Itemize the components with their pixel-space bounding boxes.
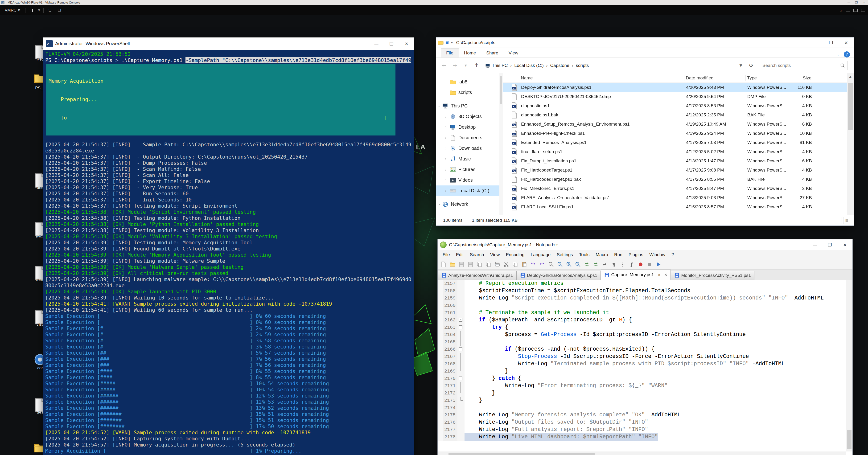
- chevron-collapsed-icon[interactable]: ›: [444, 146, 448, 151]
- menu-edit[interactable]: Edit: [453, 250, 467, 259]
- ribbon-tab-view[interactable]: View: [503, 48, 523, 58]
- ribbon-tab-home[interactable]: Home: [459, 48, 481, 58]
- quick-access-chevron-icon[interactable]: ▼: [451, 41, 453, 44]
- chevron-collapsed-icon[interactable]: ›: [444, 136, 448, 140]
- fold-margin[interactable]: [458, 331, 465, 338]
- explorer-titlebar[interactable]: ▣ ▼ C:\Capstone\scripts — ❐ ✕: [436, 37, 854, 48]
- menu-window[interactable]: Window: [646, 250, 669, 259]
- file-row[interactable]: diagnostic.ps14/17/2025 8:53 PMWindows P…: [503, 101, 854, 110]
- save-icon[interactable]: [458, 261, 465, 268]
- breadcrumb-segment[interactable]: scripts: [576, 63, 589, 68]
- bookmark-margin[interactable]: [438, 382, 443, 390]
- fold-collapse-icon[interactable]: –: [459, 377, 462, 380]
- chevron-collapsed-icon[interactable]: ›: [444, 115, 448, 119]
- chevron-collapsed-icon[interactable]: ›: [444, 157, 448, 161]
- fold-margin[interactable]: [458, 353, 465, 360]
- undo-icon[interactable]: [529, 261, 537, 268]
- sidebar-item-documents[interactable]: ›Documents: [436, 132, 503, 143]
- column-header-size[interactable]: Size: [788, 75, 814, 81]
- bookmark-margin[interactable]: [438, 309, 443, 317]
- ribbon-tab-share[interactable]: Share: [481, 48, 503, 58]
- chevron-expanded-icon[interactable]: ⌄: [437, 104, 441, 108]
- suspend-button[interactable]: [29, 8, 35, 13]
- indent-guide-icon[interactable]: ⋮: [619, 261, 627, 268]
- ribbon-tab-file[interactable]: File: [441, 48, 459, 58]
- fold-collapse-icon[interactable]: –: [459, 347, 462, 351]
- removable-device-icon[interactable]: [846, 9, 850, 12]
- vmrc-menu-button[interactable]: VMRC▼: [3, 7, 22, 14]
- stop-macro-icon[interactable]: [646, 261, 654, 268]
- search-input[interactable]: [763, 63, 840, 68]
- bookmark-margin[interactable]: [438, 302, 443, 309]
- fold-margin[interactable]: [458, 338, 465, 346]
- close-button[interactable]: ✕: [839, 37, 854, 47]
- maximize-button[interactable]: ❐: [822, 239, 837, 250]
- cut-icon[interactable]: [502, 261, 510, 268]
- fold-margin[interactable]: [458, 397, 465, 404]
- play-macro-icon[interactable]: [654, 261, 662, 268]
- find-icon[interactable]: [547, 261, 555, 268]
- powershell-console[interactable]: FLARE-VM 04/20/2025 21:53:52 PS C:\Capst…: [43, 50, 414, 455]
- bookmark-margin[interactable]: [438, 360, 443, 367]
- zoom-in-icon[interactable]: [565, 261, 573, 268]
- file-row[interactable]: FLARE_Analysis_Orchestrator_Validator.ps…: [503, 193, 854, 202]
- fold-collapse-icon[interactable]: –: [459, 325, 462, 329]
- close-file-icon[interactable]: [475, 261, 484, 268]
- print-icon[interactable]: [493, 261, 501, 268]
- menu-view[interactable]: View: [487, 250, 503, 259]
- nav-scrollbar-thumb[interactable]: [500, 76, 502, 104]
- menu-macro[interactable]: Macro: [592, 250, 611, 259]
- menu-plugins[interactable]: Plugins: [625, 250, 646, 259]
- recent-locations-chevron-icon[interactable]: ▼: [461, 61, 470, 70]
- zoom-out-icon[interactable]: [574, 261, 582, 268]
- chevron-collapsed-icon[interactable]: ›: [444, 178, 448, 183]
- file-row[interactable]: Fix_HardcodedTarget.ps14/17/2025 9:08 PM…: [503, 165, 854, 174]
- fold-margin[interactable]: [458, 433, 465, 441]
- usb-device-icon[interactable]: [854, 9, 858, 12]
- sidebar-item-3d-objects[interactable]: ›3D Objects: [436, 111, 503, 122]
- chevron-collapsed-icon[interactable]: ›: [444, 167, 448, 172]
- fold-margin[interactable]: –: [458, 317, 465, 324]
- bookmark-margin[interactable]: [438, 280, 443, 287]
- file-list-scrollbar[interactable]: ▲: [847, 73, 854, 215]
- bookmark-margin[interactable]: [438, 404, 443, 412]
- minimize-button[interactable]: —: [808, 37, 824, 47]
- code-editor[interactable]: 2157 # Report execution metrics2158 $scr…: [438, 280, 846, 452]
- quick-access-check-icon[interactable]: ▣: [445, 40, 449, 45]
- bookmark-margin[interactable]: [438, 426, 443, 433]
- vm-minimize-button[interactable]: —: [846, 1, 851, 4]
- bookmark-margin[interactable]: [438, 317, 443, 324]
- close-all-icon[interactable]: [484, 261, 492, 268]
- bookmark-margin[interactable]: [438, 331, 443, 338]
- help-icon[interactable]: ?: [844, 52, 850, 58]
- bookmark-margin[interactable]: [438, 287, 443, 295]
- editor-vertical-scrollbar[interactable]: [846, 280, 852, 452]
- address-dropdown-icon[interactable]: ▼: [739, 63, 742, 68]
- editor-vscrollbar-thumb[interactable]: [847, 430, 851, 449]
- bookmark-margin[interactable]: [438, 324, 443, 331]
- file-list-scrollbar-thumb[interactable]: [848, 83, 853, 130]
- fold-margin[interactable]: [458, 360, 465, 367]
- minimize-button[interactable]: —: [807, 239, 822, 250]
- breadcrumb-segment[interactable]: Local Disk (C:): [514, 63, 544, 68]
- sidebar-item-music[interactable]: ›Music: [436, 154, 503, 164]
- fold-margin[interactable]: [458, 295, 465, 302]
- document-tab[interactable]: Monitor_ProcessActivity_PS51.ps1: [671, 271, 754, 280]
- replace-icon[interactable]: [556, 261, 564, 268]
- fold-margin[interactable]: [458, 412, 465, 419]
- up-button[interactable]: ↑: [472, 61, 481, 70]
- redo-icon[interactable]: [538, 261, 546, 268]
- menu-language[interactable]: Language: [528, 250, 554, 259]
- bookmark-margin[interactable]: [438, 295, 443, 302]
- close-tab-icon[interactable]: ✕: [664, 272, 667, 277]
- chevron-down-icon[interactable]: ▼: [38, 9, 40, 12]
- file-row[interactable]: Deploy-GhidraRemcosAnalysis.ps14/20/2025…: [503, 83, 854, 92]
- sidebar-item-network[interactable]: ›Network: [436, 199, 503, 209]
- console-view-button[interactable]: ❐: [56, 8, 62, 13]
- show-all-characters-icon[interactable]: ¶: [610, 261, 618, 268]
- fold-margin[interactable]: [458, 419, 465, 426]
- column-header-name[interactable]: Name: [520, 75, 684, 81]
- bookmark-margin[interactable]: [438, 412, 443, 419]
- document-tab[interactable]: Analyze-RemcosWithGhidra.ps1: [438, 271, 517, 280]
- display-device-icon[interactable]: [861, 9, 865, 12]
